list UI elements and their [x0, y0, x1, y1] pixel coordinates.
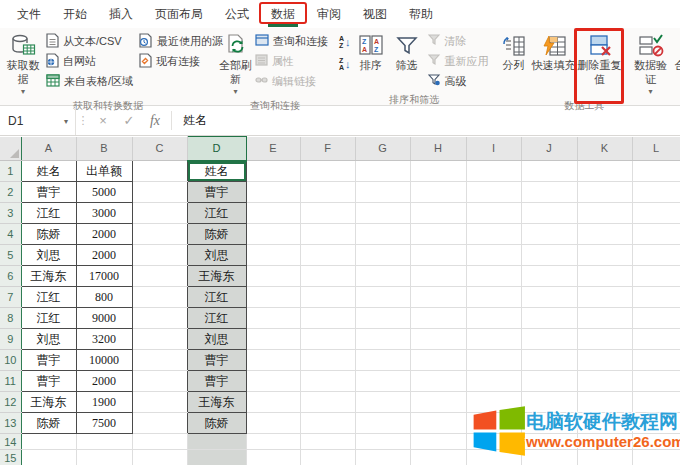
- column-header-c[interactable]: C: [132, 137, 187, 161]
- grid-cell-l4[interactable]: [632, 224, 680, 245]
- grid-cell-h12[interactable]: [410, 392, 466, 413]
- grid-cell-h5[interactable]: [410, 245, 466, 266]
- grid-cell-d10[interactable]: 曹宇: [187, 350, 246, 371]
- grid-cell-k7[interactable]: [577, 287, 632, 308]
- grid-cell-e8[interactable]: [246, 308, 300, 329]
- grid-cell-j11[interactable]: [521, 371, 577, 392]
- menu-tab[interactable]: 开始: [52, 0, 98, 28]
- grid-cell-k9[interactable]: [577, 329, 632, 350]
- grid-cell-i11[interactable]: [466, 371, 521, 392]
- grid-cell-g2[interactable]: [355, 182, 410, 203]
- grid-cell-a11[interactable]: 曹宇: [21, 371, 76, 392]
- grid-cell-i5[interactable]: [466, 245, 521, 266]
- grid-cell-e11[interactable]: [246, 371, 300, 392]
- grid-cell-a7[interactable]: 江红: [21, 287, 76, 308]
- column-header-j[interactable]: J: [521, 137, 577, 161]
- grid-cell-j7[interactable]: [521, 287, 577, 308]
- recent-sources-button[interactable]: 最近使用的源: [136, 31, 226, 51]
- grid-cell-l9[interactable]: [632, 329, 680, 350]
- get-data-button[interactable]: 获取数据 ▾: [3, 31, 43, 97]
- grid-cell-f10[interactable]: [300, 350, 355, 371]
- column-header-b[interactable]: B: [76, 137, 132, 161]
- grid-cell-c12[interactable]: [132, 392, 187, 413]
- grid-cell-l10[interactable]: [632, 350, 680, 371]
- consolidate-button[interactable]: 合并计算: [674, 31, 680, 73]
- row-header[interactable]: 8: [0, 308, 21, 329]
- grid-cell-i4[interactable]: [466, 224, 521, 245]
- grid-cell-d4[interactable]: 陈娇: [187, 224, 246, 245]
- grid-cell-g11[interactable]: [355, 371, 410, 392]
- grid-cell-b5[interactable]: 2000: [76, 245, 132, 266]
- grid-cell-d2[interactable]: 曹宇: [187, 182, 246, 203]
- grid-cell-h7[interactable]: [410, 287, 466, 308]
- grid-cell-l6[interactable]: [632, 266, 680, 287]
- row-header[interactable]: 3: [0, 203, 21, 224]
- grid-cell-l7[interactable]: [632, 287, 680, 308]
- grid-cell-a9[interactable]: 刘思: [21, 329, 76, 350]
- grid-cell-k3[interactable]: [577, 203, 632, 224]
- menu-tab-active[interactable]: 数据: [260, 0, 306, 28]
- grid-cell-d11[interactable]: 曹宇: [187, 371, 246, 392]
- row-header[interactable]: 15: [0, 450, 21, 465]
- grid-cell-b14[interactable]: [76, 434, 132, 450]
- grid-cell-b6[interactable]: 17000: [76, 266, 132, 287]
- grid-cell-i7[interactable]: [466, 287, 521, 308]
- column-header-k[interactable]: K: [577, 137, 632, 161]
- grid-cell-k2[interactable]: [577, 182, 632, 203]
- grid-cell-c14[interactable]: [132, 434, 187, 450]
- grid-cell-b4[interactable]: 2000: [76, 224, 132, 245]
- grid-cell-e6[interactable]: [246, 266, 300, 287]
- grid-cell-f3[interactable]: [300, 203, 355, 224]
- insert-function-icon[interactable]: fx: [142, 106, 168, 135]
- grid-cell-c11[interactable]: [132, 371, 187, 392]
- grid-cell-b11[interactable]: 2000: [76, 371, 132, 392]
- menu-tab[interactable]: 页面布局: [144, 0, 214, 28]
- from-web-button[interactable]: 自网站: [43, 51, 136, 71]
- grid-cell-e12[interactable]: [246, 392, 300, 413]
- row-header[interactable]: 1: [0, 161, 21, 182]
- grid-cell-f13[interactable]: [300, 413, 355, 434]
- sort-ascending-button[interactable]: AZ ↓: [337, 31, 353, 53]
- grid-cell-h2[interactable]: [410, 182, 466, 203]
- grid-cell-d13[interactable]: 陈娇: [187, 413, 246, 434]
- grid-cell-l2[interactable]: [632, 182, 680, 203]
- grid-cell-c7[interactable]: [132, 287, 187, 308]
- from-table-range-button[interactable]: 来自表格/区域: [43, 71, 136, 91]
- grid-cell-d7[interactable]: 江红: [187, 287, 246, 308]
- grid-cell-b10[interactable]: 10000: [76, 350, 132, 371]
- grid-cell-k1[interactable]: [577, 161, 632, 182]
- grid-cell-c1[interactable]: [132, 161, 187, 182]
- grid-cell-c2[interactable]: [132, 182, 187, 203]
- menu-tab[interactable]: 公式: [214, 0, 260, 28]
- grid-cell-d15[interactable]: [187, 450, 246, 465]
- grid-cell-h15[interactable]: [410, 450, 466, 465]
- data-validation-button[interactable]: 数据验证 ▾: [628, 31, 674, 97]
- column-header-l[interactable]: L: [632, 137, 680, 161]
- grid-cell-e9[interactable]: [246, 329, 300, 350]
- column-header-d[interactable]: D: [187, 137, 246, 161]
- grid-cell-a4[interactable]: 陈娇: [21, 224, 76, 245]
- menu-tab[interactable]: 文件: [6, 0, 52, 28]
- grid-cell-l1[interactable]: [632, 161, 680, 182]
- grid-cell-h13[interactable]: [410, 413, 466, 434]
- grid-cell-e3[interactable]: [246, 203, 300, 224]
- row-header[interactable]: 12: [0, 392, 21, 413]
- grid-cell-b2[interactable]: 5000: [76, 182, 132, 203]
- grid-cell-a3[interactable]: 江红: [21, 203, 76, 224]
- grid-cell-a5[interactable]: 刘思: [21, 245, 76, 266]
- row-header[interactable]: 6: [0, 266, 21, 287]
- grid-cell-f9[interactable]: [300, 329, 355, 350]
- menu-tab[interactable]: 审阅: [306, 0, 352, 28]
- text-to-columns-button[interactable]: 分列: [498, 31, 530, 73]
- grid-cell-f5[interactable]: [300, 245, 355, 266]
- grid-cell-i9[interactable]: [466, 329, 521, 350]
- column-header-a[interactable]: A: [21, 137, 76, 161]
- grid-cell-k4[interactable]: [577, 224, 632, 245]
- grid-cell-l11[interactable]: [632, 371, 680, 392]
- grid-cell-e2[interactable]: [246, 182, 300, 203]
- grid-cell-e10[interactable]: [246, 350, 300, 371]
- grid-cell-e7[interactable]: [246, 287, 300, 308]
- row-header[interactable]: 13: [0, 413, 21, 434]
- grid-cell-g15[interactable]: [355, 450, 410, 465]
- grid-cell-e14[interactable]: [246, 434, 300, 450]
